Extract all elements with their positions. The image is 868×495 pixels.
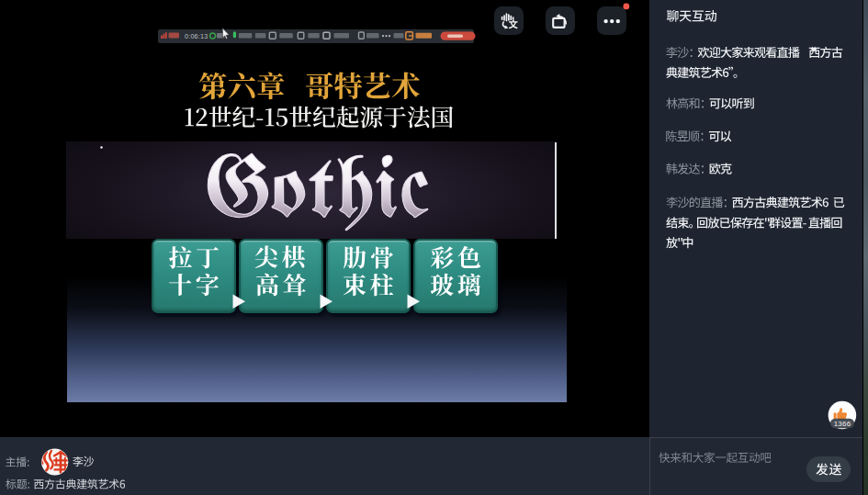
svg-text:0:06:13: 0:06:13 (185, 32, 208, 40)
svg-text:1366: 1366 (834, 420, 851, 428)
